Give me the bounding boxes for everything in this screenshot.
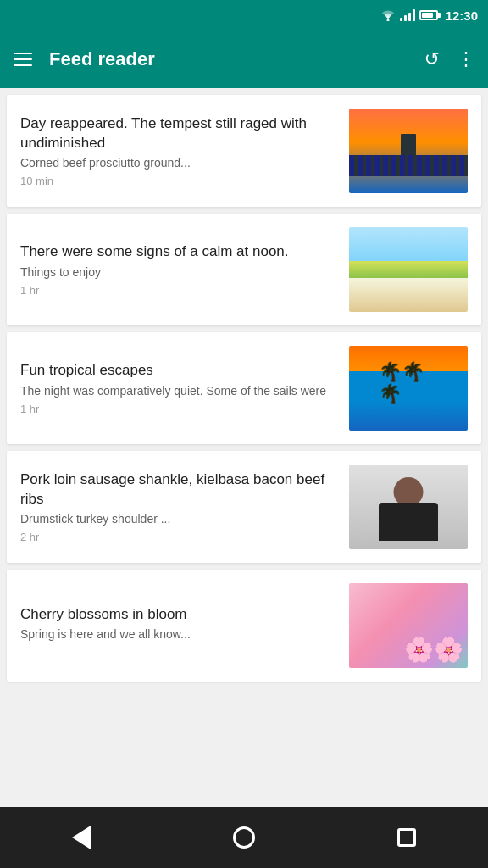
feed-card-content: There were some signs of a calm at noon.… (20, 227, 339, 312)
refresh-button[interactable]: ↻ (424, 48, 440, 70)
home-icon (233, 826, 255, 849)
feed-card-content: Fun tropical escapes The night was compa… (20, 346, 339, 431)
nav-bar (0, 807, 488, 868)
feed-card-image (349, 346, 468, 431)
recents-button[interactable] (385, 816, 428, 859)
home-button[interactable] (223, 816, 265, 859)
feed-card-image (349, 227, 468, 312)
feed-card-time: 10 min (20, 175, 339, 187)
feed-card-subtitle: Spring is here and we all know... (20, 627, 339, 641)
recents-icon (397, 828, 416, 847)
feed-card-content: Pork loin sausage shankle, kielbasa baco… (20, 465, 339, 549)
feed-card[interactable]: Pork loin sausage shankle, kielbasa baco… (7, 451, 481, 563)
menu-button[interactable] (14, 53, 32, 66)
status-icons: 12:30 (380, 8, 478, 23)
feed-card[interactable]: Day reappeared. The tempest still raged … (7, 95, 481, 207)
battery-icon (419, 10, 438, 20)
signal-icon (400, 9, 415, 21)
feed-card-content: Cherry blossoms in bloom Spring is here … (20, 583, 339, 668)
status-bar: 12:30 (0, 0, 488, 31)
feed-card-title: Cherry blossoms in bloom (20, 605, 339, 624)
feed-card-image (349, 108, 468, 193)
back-button[interactable] (60, 816, 103, 859)
feed-card[interactable]: Fun tropical escapes The night was compa… (7, 332, 481, 444)
app-actions: ↻ ⋮ (424, 48, 474, 70)
more-button[interactable]: ⋮ (457, 48, 474, 70)
svg-point-0 (386, 19, 389, 22)
feed-card-title: Fun tropical escapes (20, 361, 339, 380)
feed-card-time: 1 hr (20, 403, 339, 415)
feed-card-content: Day reappeared. The tempest still raged … (20, 108, 339, 193)
feed-card-subtitle: The night was comparatively quiet. Some … (20, 384, 339, 398)
feed-card-time: 1 hr (20, 284, 339, 297)
feed-card-title: Pork loin sausage shankle, kielbasa baco… (20, 470, 339, 508)
app-bar: Feed reader ↻ ⋮ (0, 31, 488, 88)
feed-card-image (349, 583, 468, 668)
wifi-icon (380, 9, 396, 21)
feed-card-subtitle: Drumstick turkey shoulder ... (20, 512, 339, 526)
feed-card-title: There were some signs of a calm at noon. (20, 242, 339, 261)
feed-card[interactable]: Cherry blossoms in bloom Spring is here … (7, 570, 481, 682)
feed-card-subtitle: Things to enjoy (20, 265, 339, 279)
back-icon (72, 826, 91, 849)
feed-card-image (349, 465, 468, 549)
feed-card-title: Day reappeared. The tempest still raged … (20, 114, 339, 152)
feed-list: Day reappeared. The tempest still raged … (0, 88, 488, 807)
app-title: Feed reader (49, 48, 424, 70)
feed-card[interactable]: There were some signs of a calm at noon.… (7, 214, 481, 326)
feed-card-subtitle: Corned beef prosciutto ground... (20, 156, 339, 170)
status-time: 12:30 (446, 8, 478, 23)
feed-card-time: 2 hr (20, 531, 339, 543)
